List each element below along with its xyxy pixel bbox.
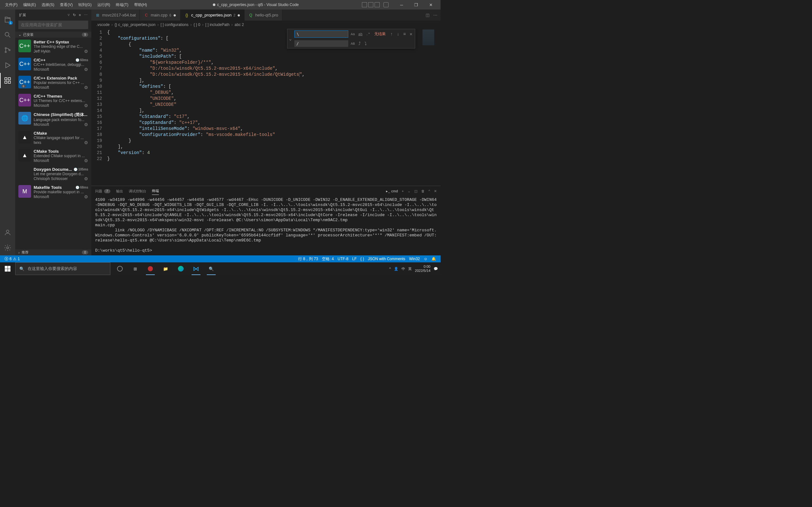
extension-item[interactable]: C++ Better C++ Syntax The bleeding edge … xyxy=(15,38,91,56)
cortana-icon[interactable] xyxy=(113,262,127,275)
next-match-icon[interactable]: ↓ xyxy=(396,31,401,38)
editor-body[interactable]: 12345678910111213141516171819202122 { "c… xyxy=(91,29,441,186)
minimap[interactable] xyxy=(421,29,441,186)
status-language[interactable]: JSON with Comments xyxy=(366,257,407,262)
breadcrumb-item[interactable]: { } 0 xyxy=(194,22,200,27)
source-control-icon[interactable] xyxy=(0,43,15,58)
breadcrumb-item[interactable]: {} c_cpp_properties.json xyxy=(114,22,155,27)
status-eol[interactable]: LF xyxy=(350,257,358,262)
everything-icon[interactable]: 🔍 xyxy=(204,262,218,275)
search-icon[interactable] xyxy=(0,27,15,43)
gear-icon[interactable]: ⚙ xyxy=(84,103,88,108)
more-actions-icon[interactable]: ⋯ xyxy=(433,13,438,17)
more-icon[interactable]: ⋯ xyxy=(84,13,88,17)
run-debug-icon[interactable] xyxy=(0,58,15,73)
tray-chevron-icon[interactable]: ^ xyxy=(389,267,391,271)
gear-icon[interactable]: ⚙ xyxy=(84,67,88,72)
breadcrumb-item[interactable]: [ ] includePath xyxy=(206,22,230,27)
status-config[interactable]: Win32 xyxy=(407,257,422,262)
extension-item[interactable]: Doxygen Docume...🕓 105ms Let me generate… xyxy=(15,165,91,183)
extensions-icon[interactable] xyxy=(0,73,15,88)
regex-icon[interactable]: .* xyxy=(365,31,371,38)
ime-lang1[interactable]: 中 xyxy=(402,267,405,271)
replace-one-icon[interactable]: ⤴ xyxy=(357,41,362,47)
breadcrumb-item[interactable]: .vscode xyxy=(96,22,109,27)
close-button[interactable]: ✕ xyxy=(423,0,438,9)
layout-icon-4[interactable] xyxy=(384,2,389,7)
menu-item[interactable]: 帮助(H) xyxy=(132,1,150,9)
trash-icon[interactable]: 🗑 xyxy=(421,189,425,193)
people-icon[interactable]: 👤 xyxy=(394,267,398,271)
explorer-icon[interactable]: 1 xyxy=(0,12,15,27)
code-content[interactable]: { "configurations": [ { "name": "Win32",… xyxy=(107,29,421,186)
panel-tab[interactable]: 终端 xyxy=(152,187,159,195)
recommended-section-header[interactable]: › 推荐 0 xyxy=(15,249,91,256)
menu-item[interactable]: 选择(S) xyxy=(39,1,57,9)
file-explorer-icon[interactable]: 📁 xyxy=(159,262,172,275)
split-editor-icon[interactable]: ◫ xyxy=(426,13,429,17)
status-lang-icon[interactable]: { } xyxy=(358,257,366,262)
extension-item[interactable]: ▲ CMake CMake langage support for ... tw… xyxy=(15,129,91,147)
edge-icon[interactable] xyxy=(174,262,188,275)
panel-tab[interactable]: 问题7 xyxy=(95,187,110,195)
breadcrumb-item[interactable]: [ ] configurations xyxy=(160,22,189,27)
close-find-icon[interactable]: ✕ xyxy=(409,31,414,38)
status-errors[interactable]: ⓧ6 ⚠1 xyxy=(3,257,21,262)
extension-item[interactable]: C++ C/C++🕓 60ms C/C++ IntelliSense, debu… xyxy=(15,56,91,74)
status-spaces[interactable]: 空格: 4 xyxy=(320,257,336,262)
task-view-icon[interactable]: ⊞ xyxy=(128,262,142,275)
filter-icon[interactable]: ⑂ xyxy=(67,13,70,17)
extension-item[interactable]: C++6 C/C++ Extension Pack Popular extens… xyxy=(15,74,91,92)
clear-icon[interactable]: ≡ xyxy=(79,13,81,17)
find-input[interactable] xyxy=(294,31,348,38)
menu-item[interactable]: 运行(R) xyxy=(95,1,113,9)
minimize-button[interactable]: ─ xyxy=(394,0,409,9)
menu-item[interactable]: 查看(V) xyxy=(57,1,75,9)
layout-icon-3[interactable] xyxy=(374,2,380,7)
gear-icon[interactable]: ⚙ xyxy=(84,85,88,90)
tray-clock[interactable]: 0:00 2022/5/14 xyxy=(415,265,430,273)
close-panel-icon[interactable]: ✕ xyxy=(434,189,437,193)
editor-tab[interactable]: Cmain.cpp6● xyxy=(140,9,181,20)
start-button[interactable] xyxy=(0,262,15,275)
extension-item[interactable]: C++ C/C++ Themes UI Themes for C/C++ ext… xyxy=(15,92,91,110)
status-position[interactable]: 行 8，列 73 xyxy=(296,257,320,262)
windows-search-box[interactable]: 🔍 在这里输入你要搜索的内容 xyxy=(15,262,110,275)
layout-icon-1[interactable] xyxy=(362,2,367,7)
terminal-output[interactable]: 4100 -w34189 -w44996 -w44456 -w44457 -w4… xyxy=(91,196,441,256)
breadcrumb-item[interactable]: abc 2 xyxy=(235,22,244,27)
editor-tab[interactable]: ⊞msvc2017-x64.bat xyxy=(91,9,140,20)
panel-tab[interactable]: 调试控制台 xyxy=(129,187,146,195)
find-in-selection-icon[interactable]: ≡ xyxy=(402,31,407,38)
replace-input[interactable] xyxy=(294,40,348,47)
panel-tab[interactable]: 输出 xyxy=(116,187,123,195)
layout-icon-2[interactable] xyxy=(368,2,373,7)
gear-icon[interactable]: ⚙ xyxy=(84,194,88,199)
gear-icon[interactable]: ⚙ xyxy=(84,140,88,145)
editor-tab[interactable]: {}c_cpp_properties.json2● xyxy=(181,9,245,20)
accounts-icon[interactable] xyxy=(0,225,15,240)
preserve-case-icon[interactable]: AB xyxy=(350,41,356,47)
notifications-icon[interactable]: 💬 xyxy=(434,267,438,271)
menu-item[interactable]: 编辑(E) xyxy=(20,1,38,9)
maximize-panel-icon[interactable]: ^ xyxy=(428,189,430,193)
replace-all-icon[interactable]: ⤵ xyxy=(363,41,368,47)
status-feedback-icon[interactable]: ☺ xyxy=(422,257,429,262)
recorder-app-icon[interactable] xyxy=(143,262,157,275)
status-encoding[interactable]: UTF-8 xyxy=(336,257,350,262)
menu-item[interactable]: 文件(F) xyxy=(3,1,20,9)
editor-tab[interactable]: Qhello-qt5.pro xyxy=(245,9,282,20)
gear-icon[interactable]: ⚙ xyxy=(84,49,88,54)
terminal-shell-select[interactable]: ▸_ cmd xyxy=(386,189,398,193)
gear-icon[interactable]: ⚙ xyxy=(84,158,88,163)
menu-item[interactable]: 终端(T) xyxy=(113,1,131,9)
gear-icon[interactable]: ⚙ xyxy=(84,176,88,181)
toggle-replace-icon[interactable]: ⌄ xyxy=(287,29,293,48)
split-terminal-icon[interactable]: ◫ xyxy=(414,189,417,193)
maximize-button[interactable]: ❐ xyxy=(409,0,423,9)
match-case-icon[interactable]: Aa xyxy=(350,31,356,38)
extensions-search-input[interactable] xyxy=(18,20,88,29)
new-terminal-icon[interactable]: + xyxy=(402,189,403,193)
ime-lang2[interactable]: 英 xyxy=(408,267,412,271)
extension-item[interactable]: M Makefile Tools🕓 68ms Provide makefile … xyxy=(15,183,91,201)
